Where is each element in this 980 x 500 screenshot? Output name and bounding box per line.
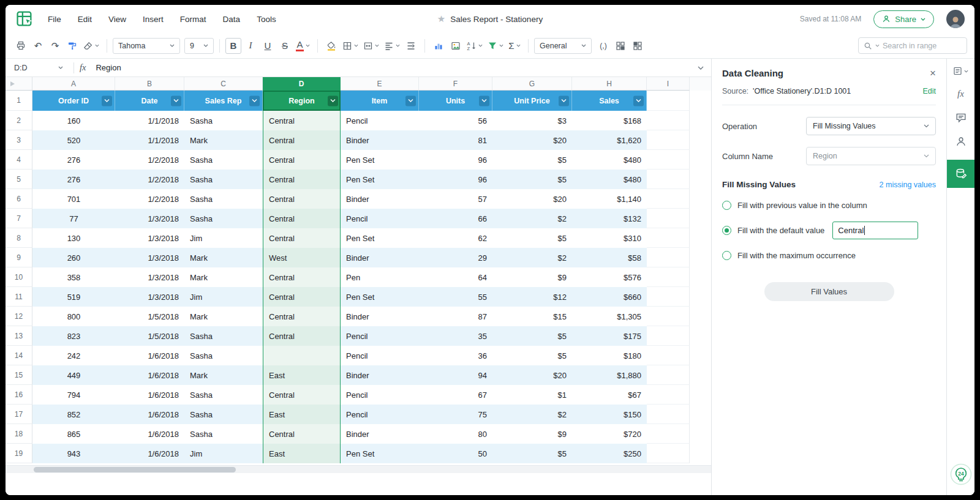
sort-button[interactable]: AZ (465, 38, 484, 54)
filter-dropdown-button[interactable] (633, 95, 644, 106)
font-family-select[interactable]: Tahoma (113, 38, 180, 54)
cell[interactable] (647, 267, 690, 287)
cell[interactable]: $5 (492, 326, 572, 346)
header-cell-item[interactable]: Item (341, 91, 419, 111)
cell[interactable] (647, 326, 690, 346)
menu-view[interactable]: View (108, 15, 126, 24)
cell[interactable]: 701 (32, 189, 115, 209)
cell[interactable]: 160 (32, 111, 115, 130)
cell[interactable]: 260 (32, 248, 115, 267)
cell[interactable]: 943 (32, 444, 115, 463)
cell[interactable]: $310 (572, 228, 647, 248)
menu-data[interactable]: Data (223, 15, 241, 24)
filter-dropdown-button[interactable] (405, 95, 416, 106)
cell[interactable]: Pencil (341, 209, 419, 228)
cell[interactable] (647, 444, 690, 463)
column-header-I[interactable]: I (647, 77, 690, 91)
fill-max-occurrence-radio[interactable] (722, 251, 731, 260)
cell[interactable]: $132 (572, 209, 647, 228)
cell[interactable] (647, 228, 690, 248)
column-header-H[interactable]: H (572, 77, 647, 91)
cell[interactable]: $660 (572, 287, 647, 307)
cell[interactable]: $2 (492, 248, 572, 267)
cell[interactable]: 1/6/2018 (115, 424, 184, 444)
bold-button[interactable]: B (225, 38, 241, 54)
row-header-8[interactable]: 8 (6, 228, 32, 248)
row-header-9[interactable]: 9 (6, 248, 32, 267)
cell[interactable]: 823 (32, 326, 115, 346)
horizontal-scrollbar[interactable] (6, 465, 711, 473)
filter-dropdown-button[interactable] (102, 95, 112, 106)
select-all-corner[interactable] (6, 77, 32, 91)
cell[interactable]: Pen Set (341, 444, 419, 463)
search-input[interactable] (883, 42, 962, 50)
collapse-formula-bar-icon[interactable] (698, 66, 704, 70)
header-cell-sales-rep[interactable]: Sales Rep (184, 91, 263, 111)
cell[interactable]: Mark (184, 130, 263, 150)
cell[interactable]: Mark (184, 365, 263, 385)
cell[interactable]: $150 (572, 405, 647, 424)
wrap-text-button[interactable] (403, 38, 419, 54)
header-cell-order-id[interactable]: Order ID (32, 91, 115, 111)
cell[interactable]: 358 (32, 267, 115, 287)
cell[interactable]: Central (263, 150, 341, 170)
cell[interactable]: 57 (419, 189, 492, 209)
cell[interactable]: 1/6/2018 (115, 444, 184, 463)
cell[interactable]: East (263, 405, 341, 424)
filter-button-toolbar[interactable] (486, 38, 505, 54)
cell[interactable]: Central (263, 287, 341, 307)
functions-panel-button[interactable]: fx (957, 89, 964, 99)
contacts-panel-button[interactable] (956, 136, 967, 147)
filter-dropdown-button[interactable] (479, 95, 489, 106)
cell[interactable]: $5 (492, 444, 572, 463)
cell[interactable]: Central (263, 189, 341, 209)
menu-tools[interactable]: Tools (257, 15, 276, 24)
cell[interactable]: Central (263, 326, 341, 346)
filter-dropdown-button[interactable] (249, 95, 260, 106)
cell[interactable] (647, 150, 690, 170)
cell[interactable]: $2 (492, 209, 572, 228)
row-header-2[interactable]: 2 (6, 111, 32, 130)
cell[interactable]: East (263, 365, 341, 385)
cell[interactable] (647, 405, 690, 424)
user-avatar[interactable] (946, 10, 965, 28)
column-name-select[interactable]: Region (806, 147, 936, 165)
cell[interactable]: 1/5/2018 (115, 326, 184, 346)
cell[interactable]: 67 (419, 385, 492, 405)
fx-icon[interactable]: fx (80, 62, 86, 73)
increase-decimal-button[interactable] (612, 38, 628, 54)
zia-insights-button[interactable]: 24 (950, 463, 972, 488)
cell[interactable]: 1/6/2018 (115, 405, 184, 424)
cell[interactable]: Jim (184, 228, 263, 248)
fill-previous-option[interactable]: Fill with previous value in the column (722, 201, 936, 210)
cell[interactable]: Pen Set (341, 287, 419, 307)
cell[interactable]: 1/3/2018 (115, 287, 184, 307)
cell[interactable]: $12 (492, 287, 572, 307)
cell[interactable]: Pencil (341, 346, 419, 365)
undo-button[interactable]: ↶ (30, 38, 46, 54)
chevron-down-icon[interactable] (875, 44, 880, 47)
sum-button[interactable]: Σ (507, 38, 522, 54)
cell[interactable]: 794 (32, 385, 115, 405)
cell[interactable]: 1/2/2018 (115, 150, 184, 170)
cell[interactable]: Central (263, 307, 341, 326)
cell[interactable]: 519 (32, 287, 115, 307)
edit-source-link[interactable]: Edit (922, 87, 936, 95)
cell[interactable]: $1,140 (572, 189, 647, 209)
menu-format[interactable]: Format (180, 15, 206, 24)
close-panel-icon[interactable]: × (930, 68, 936, 78)
cell[interactable]: Sasha (184, 326, 263, 346)
row-header-13[interactable]: 13 (6, 326, 32, 346)
header-cell-date[interactable]: Date (115, 91, 184, 111)
cell[interactable]: 29 (419, 248, 492, 267)
cell[interactable] (647, 307, 690, 326)
cell[interactable]: 276 (32, 170, 115, 189)
cell[interactable]: 77 (32, 209, 115, 228)
font-color-button[interactable]: A (294, 38, 312, 54)
cell[interactable]: $720 (572, 424, 647, 444)
cell[interactable]: $67 (572, 385, 647, 405)
cell[interactable]: $1,880 (572, 365, 647, 385)
row-header-18[interactable]: 18 (6, 424, 32, 444)
header-cell-sales[interactable]: Sales (572, 91, 647, 111)
cell[interactable]: Central (263, 209, 341, 228)
